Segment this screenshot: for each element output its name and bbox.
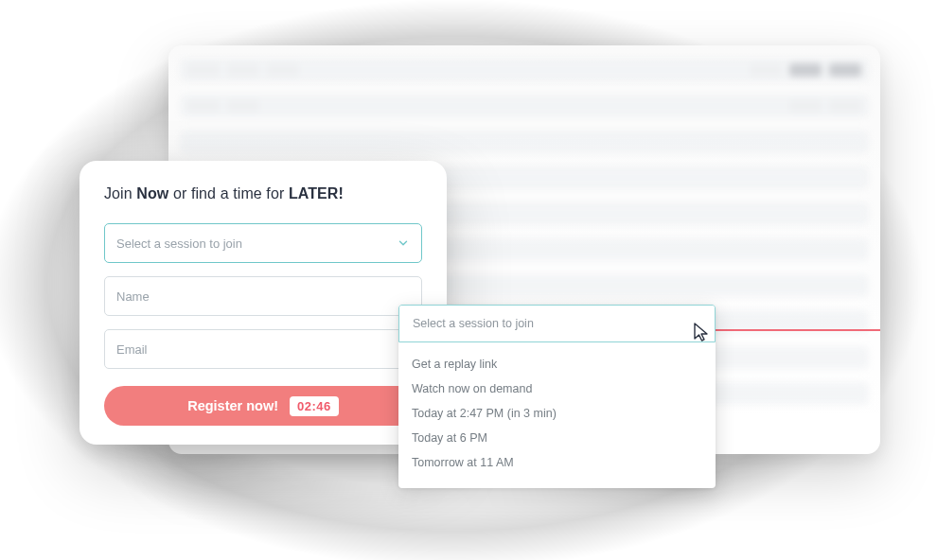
session-select-placeholder: Select a session to join xyxy=(116,236,242,251)
countdown-timer-badge: 02:46 xyxy=(290,396,339,416)
dropdown-option[interactable]: Get a replay link xyxy=(412,352,702,376)
registration-card: Join Now or find a time for LATER! Selec… xyxy=(80,161,447,445)
card-heading: Join Now or find a time for LATER! xyxy=(104,185,422,202)
name-field[interactable]: Name xyxy=(104,276,422,316)
name-placeholder: Name xyxy=(116,289,150,304)
dropdown-option[interactable]: Watch now on demand xyxy=(412,376,702,401)
dropdown-options-list: Get a replay link Watch now on demand To… xyxy=(398,342,716,488)
heading-prefix: Join xyxy=(104,185,136,201)
register-now-button[interactable]: Register now! 02:46 xyxy=(104,386,422,426)
heading-middle: or find a time for xyxy=(168,185,289,201)
dropdown-header[interactable]: Select a session to join xyxy=(398,305,716,342)
email-placeholder: Email xyxy=(116,342,148,357)
heading-bold-now: Now xyxy=(136,185,168,201)
dropdown-option[interactable]: Tomorrow at 11 AM xyxy=(412,450,702,475)
session-dropdown-popover: Select a session to join Get a replay li… xyxy=(398,305,716,488)
email-field[interactable]: Email xyxy=(104,329,422,369)
session-select[interactable]: Select a session to join xyxy=(104,223,422,263)
chevron-down-icon xyxy=(397,236,410,250)
dropdown-option[interactable]: Today at 2:47 PM (in 3 min) xyxy=(412,401,702,426)
register-button-label: Register now! xyxy=(187,398,278,413)
heading-bold-later: LATER! xyxy=(289,185,344,201)
dropdown-option[interactable]: Today at 6 PM xyxy=(412,426,702,450)
dropdown-header-label: Select a session to join xyxy=(413,317,534,330)
